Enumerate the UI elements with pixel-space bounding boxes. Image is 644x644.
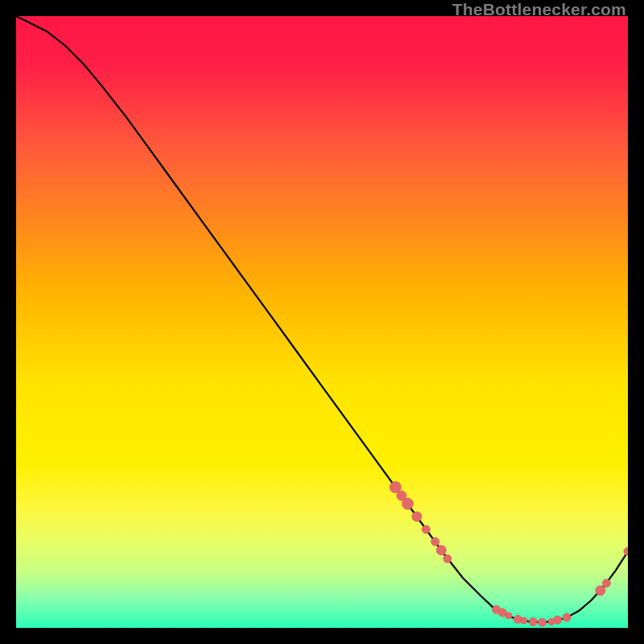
marker-point [602, 580, 610, 588]
marker-point [529, 617, 537, 625]
marker-point [596, 586, 605, 596]
marker-point [436, 545, 446, 555]
chart-stage: TheBottlenecker.com [0, 0, 644, 644]
marker-point [506, 613, 512, 619]
marker-point [402, 498, 413, 510]
marker-point [412, 512, 422, 522]
watermark-text: TheBottlenecker.com [452, 0, 626, 19]
marker-point [444, 555, 452, 563]
marker-point [431, 538, 440, 546]
marker-point [563, 613, 571, 621]
marker-point [554, 616, 562, 624]
marker-point [521, 617, 527, 624]
bottleneck-chart [16, 16, 628, 628]
gradient-background [16, 16, 628, 628]
marker-point [422, 526, 430, 534]
marker-point [539, 618, 547, 626]
